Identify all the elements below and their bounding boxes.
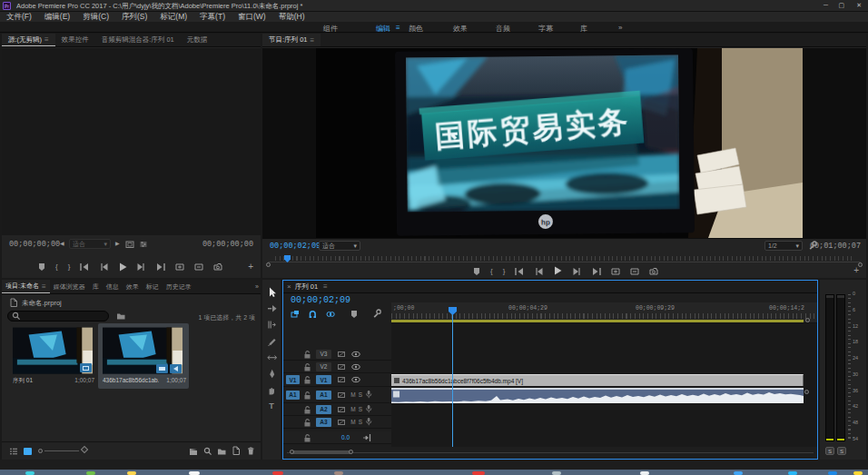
icon-view-icon[interactable] bbox=[24, 448, 32, 455]
eye-icon[interactable] bbox=[351, 362, 360, 371]
panel-menu-icon[interactable]: ≡ bbox=[311, 36, 315, 45]
lift-icon[interactable] bbox=[611, 267, 620, 276]
timeline-close-icon[interactable]: × bbox=[283, 282, 295, 291]
menu-marker[interactable]: 标记(M) bbox=[153, 12, 193, 23]
workspace-assembly[interactable]: 组件 bbox=[323, 24, 338, 34]
mic-icon[interactable] bbox=[364, 417, 373, 427]
find-icon[interactable] bbox=[203, 447, 212, 456]
sync-lock-icon[interactable] bbox=[337, 350, 346, 359]
program-current-timecode[interactable]: 00;00;02;09 bbox=[270, 242, 321, 251]
mic-icon[interactable] bbox=[364, 404, 373, 414]
taskbar-app-icon[interactable] bbox=[334, 471, 343, 475]
step-back-icon[interactable] bbox=[534, 267, 543, 276]
master-gain-value[interactable]: 0.0 bbox=[341, 434, 350, 440]
timeline-ruler[interactable]: ;00;00 00;00;04;29 00;00;09;29 00;00;14;… bbox=[391, 302, 817, 323]
tab-sequence[interactable]: 序列 01 bbox=[295, 282, 318, 292]
taskbar-app-icon[interactable] bbox=[640, 471, 649, 475]
sync-lock-icon[interactable] bbox=[337, 418, 346, 427]
slip-tool[interactable] bbox=[267, 352, 277, 362]
sync-lock-icon[interactable] bbox=[337, 362, 346, 371]
sync-lock-icon[interactable] bbox=[337, 375, 346, 384]
workspace-effects[interactable]: 效果 bbox=[453, 24, 468, 34]
tab-audio-clip-mixer[interactable]: 音频剪辑混合器:序列 01 bbox=[95, 34, 181, 46]
maximize-button[interactable]: ▢ bbox=[838, 2, 844, 9]
go-to-in-icon[interactable] bbox=[515, 267, 524, 276]
solo-left-button[interactable]: S bbox=[825, 447, 834, 455]
project-file-name[interactable]: 未命名.prproj bbox=[22, 299, 62, 308]
tab-effects[interactable]: 效果 bbox=[123, 280, 143, 293]
item-name[interactable]: 序列 01 bbox=[13, 377, 33, 385]
mark-out-icon[interactable]: } bbox=[68, 263, 71, 271]
project-item-sequence[interactable]: 序列 01 1;00;07 bbox=[9, 323, 96, 389]
ruler-end-handle[interactable] bbox=[805, 318, 810, 322]
track-vertical-scroll-handle[interactable] bbox=[804, 390, 809, 394]
taskbar-app-icon[interactable] bbox=[788, 471, 797, 475]
add-marker-icon[interactable] bbox=[38, 262, 45, 272]
list-view-icon[interactable] bbox=[9, 447, 18, 456]
sync-lock-icon[interactable] bbox=[337, 405, 346, 414]
panel-menu-icon[interactable]: ≡ bbox=[44, 35, 49, 44]
menu-title[interactable]: 字幕(T) bbox=[193, 12, 232, 23]
program-scrubber-track[interactable] bbox=[268, 262, 861, 262]
source-current-timecode[interactable]: 00;00;00;00 bbox=[9, 240, 60, 249]
fit-end-icon[interactable] bbox=[362, 433, 371, 442]
automate-sequence-icon[interactable] bbox=[189, 447, 198, 456]
program-resolution-select[interactable]: 1/2▾ bbox=[764, 241, 803, 251]
mark-out-icon[interactable]: } bbox=[503, 268, 506, 275]
go-to-out-icon[interactable] bbox=[156, 262, 165, 272]
timeline-hscrollbar-thumb[interactable] bbox=[291, 450, 351, 454]
tab-info[interactable]: 信息 bbox=[103, 280, 123, 293]
timeline-hscrollbar-track[interactable] bbox=[287, 452, 814, 453]
lock-icon[interactable] bbox=[302, 418, 311, 427]
hscroll-right-handle[interactable] bbox=[349, 450, 353, 454]
scrubber-left-handle[interactable] bbox=[266, 262, 271, 267]
item-name[interactable]: 436b17ac8b56dc1ab... bbox=[103, 377, 159, 383]
source-patch-a1[interactable]: A1 bbox=[286, 391, 300, 400]
prev-edit-icon[interactable]: ◀ bbox=[60, 241, 64, 246]
overwrite-icon[interactable] bbox=[194, 262, 203, 272]
extract-icon[interactable] bbox=[630, 267, 639, 276]
taskbar-app-icon[interactable] bbox=[127, 471, 136, 475]
workspace-titles[interactable]: 字幕 bbox=[538, 24, 553, 34]
taskbar-app-icon[interactable] bbox=[853, 471, 863, 475]
taskbar-app-icon[interactable] bbox=[272, 471, 283, 475]
go-to-out-icon[interactable] bbox=[592, 267, 601, 276]
eye-icon[interactable] bbox=[351, 350, 360, 359]
sync-lock-icon[interactable] bbox=[337, 391, 346, 400]
track-label[interactable]: V3 bbox=[316, 350, 331, 359]
play-icon[interactable] bbox=[118, 262, 127, 272]
taskbar-app-icon[interactable] bbox=[828, 471, 837, 475]
filter-bin-icon[interactable] bbox=[116, 312, 125, 321]
taskbar-app-icon[interactable] bbox=[472, 471, 485, 475]
workspace-overflow-icon[interactable]: » bbox=[618, 24, 622, 32]
add-marker-icon[interactable] bbox=[350, 310, 359, 319]
menu-file[interactable]: 文件(F) bbox=[0, 12, 38, 23]
safe-margins-icon[interactable] bbox=[125, 240, 134, 249]
next-edit-icon[interactable]: ▶ bbox=[115, 241, 120, 246]
tab-source[interactable]: 源:(无剪辑)≡ bbox=[2, 34, 55, 46]
source-add-button[interactable]: + bbox=[248, 262, 253, 272]
tab-metadata[interactable]: 元数据 bbox=[181, 34, 214, 46]
mute-button[interactable]: M bbox=[350, 406, 357, 412]
step-back-icon[interactable] bbox=[99, 262, 108, 272]
taskbar-app-icon[interactable] bbox=[86, 471, 95, 475]
zoom-out-handle[interactable] bbox=[38, 449, 43, 453]
new-bin-icon[interactable] bbox=[217, 447, 226, 456]
program-fit-select[interactable]: 适合▾ bbox=[319, 241, 360, 251]
source-settings-icon[interactable] bbox=[139, 240, 148, 249]
track-label[interactable]: V1 bbox=[316, 375, 331, 384]
workspace-audio[interactable]: 音频 bbox=[496, 24, 510, 34]
add-marker-icon[interactable] bbox=[473, 267, 480, 276]
zoom-in-handle[interactable] bbox=[81, 446, 88, 453]
step-forward-icon[interactable] bbox=[137, 262, 146, 272]
tab-markers[interactable]: 标记 bbox=[143, 280, 163, 293]
taskbar-app-icon[interactable] bbox=[25, 471, 35, 475]
zoom-slider[interactable] bbox=[44, 450, 79, 451]
play-icon[interactable] bbox=[553, 266, 563, 276]
taskbar-app-icon[interactable] bbox=[189, 471, 200, 475]
linked-selection-icon[interactable] bbox=[326, 310, 335, 319]
mute-button[interactable]: M bbox=[350, 419, 357, 425]
lock-icon[interactable] bbox=[302, 375, 311, 384]
menu-edit[interactable]: 编辑(E) bbox=[38, 12, 76, 23]
panel-menu-icon[interactable]: ≡ bbox=[318, 282, 333, 291]
